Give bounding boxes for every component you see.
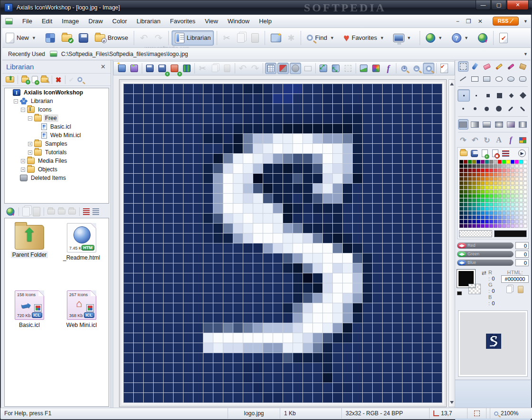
pixel[interactable] xyxy=(363,343,372,353)
pixel[interactable] xyxy=(432,253,442,263)
pixel[interactable] xyxy=(253,104,263,113)
pixel[interactable] xyxy=(174,233,183,243)
pixel[interactable] xyxy=(144,293,153,303)
palette-color[interactable] xyxy=(519,215,523,219)
pixel[interactable] xyxy=(183,383,193,392)
pixel[interactable] xyxy=(263,184,273,193)
pixel[interactable] xyxy=(333,323,342,333)
pixel[interactable] xyxy=(363,174,372,183)
pixel[interactable] xyxy=(333,184,342,193)
pixel[interactable] xyxy=(422,283,432,293)
pixel[interactable] xyxy=(144,383,153,392)
menu-item-image[interactable]: Image xyxy=(57,16,83,27)
pixel[interactable] xyxy=(273,184,283,193)
palette-color[interactable] xyxy=(494,181,497,185)
pixel[interactable] xyxy=(403,84,412,93)
brush-size-2[interactable] xyxy=(483,90,493,101)
pixel[interactable] xyxy=(343,243,352,253)
palette-color[interactable] xyxy=(485,198,489,202)
pixel[interactable] xyxy=(144,214,153,223)
palette-color[interactable] xyxy=(472,181,476,185)
palette-color[interactable] xyxy=(511,164,514,168)
palette-color[interactable] xyxy=(498,203,502,206)
pixel[interactable] xyxy=(164,293,173,303)
menu-item-view[interactable]: View xyxy=(200,16,223,27)
pixel[interactable] xyxy=(164,253,173,263)
pixel[interactable] xyxy=(283,233,293,243)
pixel[interactable] xyxy=(403,243,412,253)
pixel[interactable] xyxy=(303,164,312,173)
palette-color[interactable] xyxy=(485,186,489,189)
pixel[interactable] xyxy=(333,363,342,373)
pixel[interactable] xyxy=(154,283,163,293)
tree-item-librarian[interactable]: −Librarian xyxy=(5,97,109,105)
pixel[interactable] xyxy=(124,353,133,363)
editor-copy-button[interactable] xyxy=(209,63,220,74)
pixel[interactable] xyxy=(333,104,342,113)
palette-color[interactable] xyxy=(519,177,523,181)
pixel[interactable] xyxy=(243,134,253,143)
pixel[interactable] xyxy=(403,293,412,303)
pixel[interactable] xyxy=(124,174,133,183)
palette-color[interactable] xyxy=(489,160,493,164)
palette-color[interactable] xyxy=(494,173,497,177)
palette-color[interactable] xyxy=(502,164,506,168)
pixel[interactable] xyxy=(373,164,382,173)
pixel[interactable] xyxy=(373,104,382,113)
pixel[interactable] xyxy=(323,283,332,293)
pixel[interactable] xyxy=(124,84,133,93)
palette-color[interactable] xyxy=(472,190,476,194)
pixel[interactable] xyxy=(383,313,392,323)
pixel[interactable] xyxy=(193,104,203,113)
pixel[interactable] xyxy=(313,283,322,293)
pixel[interactable] xyxy=(383,383,392,392)
pixel[interactable] xyxy=(273,214,283,223)
pixel[interactable] xyxy=(283,293,293,303)
pixel[interactable] xyxy=(283,343,293,353)
palette-color[interactable] xyxy=(477,211,480,215)
pixel[interactable] xyxy=(223,283,233,293)
pixel[interactable] xyxy=(164,303,173,313)
pixel[interactable] xyxy=(124,184,133,193)
pixel[interactable] xyxy=(343,124,352,133)
filled-ellipse-tool[interactable] xyxy=(505,74,516,84)
pixel[interactable] xyxy=(124,323,133,333)
edit-library-button[interactable] xyxy=(41,77,48,83)
pixel[interactable] xyxy=(134,124,143,133)
palette-color[interactable] xyxy=(502,198,506,202)
pixel[interactable] xyxy=(273,164,283,173)
palette-color[interactable] xyxy=(515,224,519,228)
dropper-tool[interactable] xyxy=(470,61,480,72)
pixel[interactable] xyxy=(303,104,312,113)
pixel[interactable] xyxy=(283,94,293,103)
pixel[interactable] xyxy=(124,124,133,133)
pixel[interactable] xyxy=(343,283,352,293)
pixel[interactable] xyxy=(174,253,183,263)
restore-button[interactable]: ▢ xyxy=(491,0,506,10)
menu-item-file[interactable]: File xyxy=(18,16,37,27)
pixel[interactable] xyxy=(323,114,332,123)
fit-window-button[interactable] xyxy=(330,63,341,74)
pixel[interactable] xyxy=(253,214,263,223)
palette-color[interactable] xyxy=(506,207,510,211)
pixel[interactable] xyxy=(413,253,422,263)
pixel[interactable] xyxy=(223,393,233,402)
pixel[interactable] xyxy=(303,214,312,223)
pixel[interactable] xyxy=(353,303,362,313)
tree-expander[interactable]: + xyxy=(21,168,25,172)
pixel[interactable] xyxy=(174,104,183,113)
pixel-canvas[interactable] xyxy=(123,84,442,403)
palette-color[interactable] xyxy=(498,198,502,202)
pixel[interactable] xyxy=(223,343,233,353)
pixel[interactable] xyxy=(174,283,183,293)
pixel[interactable] xyxy=(134,114,143,123)
pixel[interactable] xyxy=(144,283,153,293)
tree-item-tutorials[interactable]: +Tutorials xyxy=(5,148,109,157)
pixel[interactable] xyxy=(393,383,402,392)
palette-color[interactable] xyxy=(511,177,514,181)
address-dropdown-arrow[interactable]: ▼ xyxy=(521,52,531,56)
pixel[interactable] xyxy=(134,224,143,233)
pixel[interactable] xyxy=(183,343,193,353)
palette-color[interactable] xyxy=(519,173,523,177)
palette-color[interactable] xyxy=(472,198,476,202)
